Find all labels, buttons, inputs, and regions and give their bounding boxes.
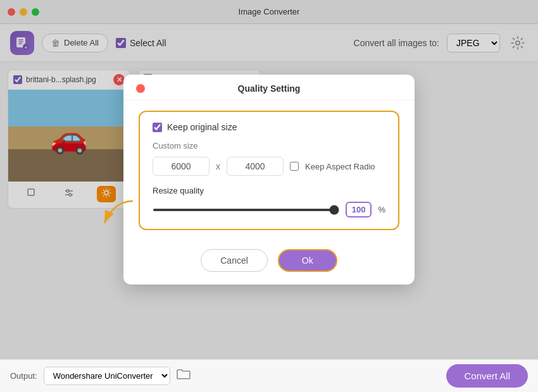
quality-percent-label: % bbox=[378, 205, 385, 214]
cancel-button[interactable]: Cancel bbox=[201, 249, 268, 272]
output-folder-select[interactable]: Wondershare UniConverter bbox=[44, 367, 170, 385]
browse-folder-button[interactable] bbox=[177, 369, 191, 383]
convert-all-button[interactable]: Convert All bbox=[446, 364, 528, 388]
quality-slider[interactable] bbox=[153, 209, 339, 211]
dialog-header: Quality Setting bbox=[123, 75, 415, 101]
width-input[interactable] bbox=[153, 157, 210, 176]
custom-size-label: Custom size bbox=[153, 141, 385, 150]
dialog-body: Keep original size Custom size x Keep As… bbox=[123, 101, 415, 243]
keep-aspect-label: Keep Aspect Radio bbox=[305, 162, 375, 171]
quality-setting-dialog: Quality Setting Keep original size Custo… bbox=[123, 75, 415, 285]
resize-quality-label: Resize quality bbox=[153, 186, 385, 195]
keep-original-row: Keep original size bbox=[153, 122, 385, 132]
bottom-bar: Output: Wondershare UniConverter Convert… bbox=[0, 359, 538, 392]
dialog-footer: Cancel Ok bbox=[123, 243, 415, 285]
quality-slider-row: 100 % bbox=[153, 202, 385, 217]
output-label: Output: bbox=[10, 371, 37, 381]
keep-original-label: Keep original size bbox=[167, 122, 237, 132]
dialog-title: Quality Setting bbox=[151, 83, 387, 94]
modal-overlay: Quality Setting Keep original size Custo… bbox=[0, 0, 538, 359]
dialog-close-button[interactable] bbox=[136, 84, 145, 93]
keep-original-checkbox[interactable] bbox=[153, 123, 162, 132]
height-input[interactable] bbox=[227, 157, 284, 176]
size-inputs-row: x Keep Aspect Radio bbox=[153, 157, 385, 176]
quality-value-display: 100 bbox=[346, 202, 372, 217]
quality-settings-section: Keep original size Custom size x Keep As… bbox=[139, 111, 399, 230]
ok-button[interactable]: Ok bbox=[278, 249, 337, 272]
size-separator: x bbox=[216, 161, 220, 171]
keep-aspect-checkbox[interactable] bbox=[290, 162, 299, 171]
